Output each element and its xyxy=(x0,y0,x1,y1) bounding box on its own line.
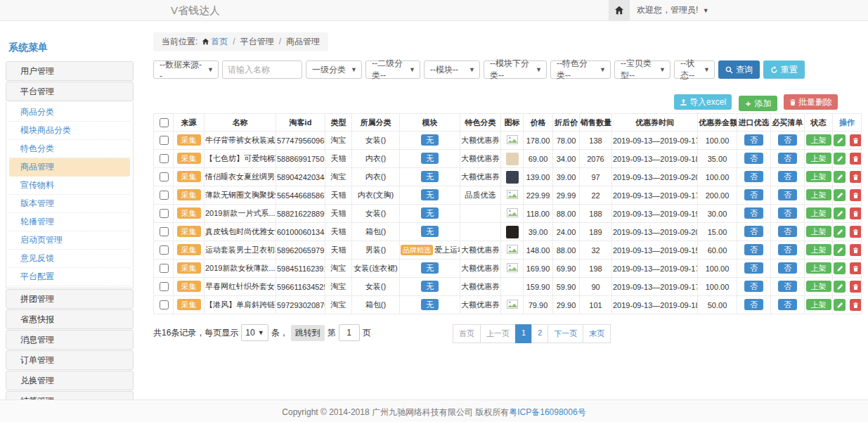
delete-button[interactable] xyxy=(850,262,861,274)
sidebar-subitem-4[interactable]: 特色分类 xyxy=(9,140,130,158)
row-checkbox[interactable] xyxy=(160,282,169,291)
edit-button[interactable] xyxy=(834,226,846,238)
row-checkbox[interactable] xyxy=(160,136,169,145)
status-badge[interactable]: 上架 xyxy=(806,281,831,292)
select-all-checkbox[interactable] xyxy=(160,118,169,127)
must-buy-toggle[interactable]: 否 xyxy=(778,281,797,292)
edit-button[interactable] xyxy=(834,207,846,219)
delete-button[interactable] xyxy=(850,244,861,256)
add-button[interactable]: ＋ 添加 xyxy=(739,96,777,111)
must-buy-toggle[interactable]: 否 xyxy=(778,299,797,310)
pager-button-4[interactable]: 下一页 xyxy=(548,324,583,343)
edit-button[interactable] xyxy=(834,244,846,256)
delete-button[interactable] xyxy=(850,299,861,311)
status-badge[interactable]: 上架 xyxy=(806,299,831,310)
pager-button-0[interactable]: 首页 xyxy=(453,324,481,343)
row-checkbox[interactable] xyxy=(160,154,169,163)
filter-select-source[interactable]: --数据来源-- ▼ xyxy=(153,60,219,79)
edit-button[interactable] xyxy=(834,262,846,274)
edit-button[interactable] xyxy=(834,153,846,165)
filter-select-3[interactable]: --模块下分类--▼ xyxy=(484,60,547,79)
sidebar-item-0[interactable]: 用户管理 xyxy=(6,61,134,81)
delete-button[interactable] xyxy=(850,171,861,183)
status-badge[interactable]: 上架 xyxy=(806,171,831,182)
status-badge[interactable]: 上架 xyxy=(806,189,831,200)
pager-button-2[interactable]: 1 xyxy=(515,324,532,343)
status-badge[interactable]: 上架 xyxy=(806,262,831,274)
import-select-toggle[interactable]: 否 xyxy=(744,207,763,219)
status-badge[interactable]: 上架 xyxy=(806,244,831,255)
jump-page-input[interactable] xyxy=(339,324,360,341)
must-buy-toggle[interactable]: 否 xyxy=(778,189,797,200)
sidebar-subitem-11[interactable]: 平台配置 xyxy=(9,268,130,286)
status-badge[interactable]: 上架 xyxy=(806,153,831,164)
sidebar-item-13[interactable]: 省惠快报 xyxy=(6,309,134,329)
row-checkbox[interactable] xyxy=(160,245,169,255)
home-button[interactable] xyxy=(609,0,630,20)
import-select-toggle[interactable]: 否 xyxy=(744,262,763,274)
sidebar-subitem-9[interactable]: 启动页管理 xyxy=(9,231,130,250)
import-select-toggle[interactable]: 否 xyxy=(744,153,763,164)
filter-select-2[interactable]: --模块--▼ xyxy=(424,60,480,79)
per-page-select[interactable]: 10 ▼ xyxy=(241,324,268,341)
filter-select-5[interactable]: --宝贝类型--▼ xyxy=(614,60,671,79)
filter-select-6[interactable]: --状态--▼ xyxy=(674,60,715,79)
sidebar-item-12[interactable]: 拼团管理 xyxy=(6,289,134,309)
row-checkbox[interactable] xyxy=(160,209,169,218)
sidebar-subitem-10[interactable]: 意见反馈 xyxy=(9,250,130,268)
status-badge[interactable]: 上架 xyxy=(806,207,831,219)
must-buy-toggle[interactable]: 否 xyxy=(778,244,797,255)
must-buy-toggle[interactable]: 否 xyxy=(778,134,797,146)
sidebar-subitem-8[interactable]: 轮播管理 xyxy=(9,213,130,231)
query-button[interactable]: 查询 xyxy=(718,60,760,79)
row-checkbox[interactable] xyxy=(160,172,169,181)
import-select-toggle[interactable]: 否 xyxy=(744,226,763,237)
jump-button[interactable]: 跳转到 xyxy=(291,325,325,341)
edit-button[interactable] xyxy=(834,134,846,146)
user-dropdown[interactable]: 欢迎您，管理员! ▼ xyxy=(637,0,709,21)
delete-button[interactable] xyxy=(850,207,861,219)
icp-link[interactable]: 粤ICP备16098006号 xyxy=(509,407,585,417)
batch-delete-button[interactable]: 批量删除 xyxy=(784,94,838,110)
sidebar-item-16[interactable]: 兑换管理 xyxy=(6,371,134,390)
row-checkbox[interactable] xyxy=(160,191,169,200)
pager-button-3[interactable]: 2 xyxy=(531,324,548,343)
must-buy-toggle[interactable]: 否 xyxy=(778,262,797,274)
must-buy-toggle[interactable]: 否 xyxy=(778,207,797,219)
sidebar-subitem-3[interactable]: 模块商品分类 xyxy=(9,122,130,140)
delete-button[interactable] xyxy=(850,153,861,165)
sidebar-subitem-2[interactable]: 商品分类 xyxy=(9,103,130,122)
name-search-input[interactable] xyxy=(222,60,302,79)
sidebar-subitem-6[interactable]: 宣传物料 xyxy=(9,177,130,195)
pager-button-1[interactable]: 上一页 xyxy=(480,324,516,343)
reset-button[interactable]: 重置 xyxy=(763,60,805,79)
delete-button[interactable] xyxy=(850,189,861,201)
sidebar-subitem-5[interactable]: 商品管理 xyxy=(9,158,130,177)
sidebar-item-17[interactable]: 结算管理 xyxy=(6,391,134,399)
edit-button[interactable] xyxy=(834,299,846,311)
sidebar-subitem-7[interactable]: 版本管理 xyxy=(9,195,130,213)
import-select-toggle[interactable]: 否 xyxy=(744,244,763,255)
sidebar-item-14[interactable]: 消息管理 xyxy=(6,330,134,350)
filter-select-0[interactable]: 一级分类▼ xyxy=(306,60,362,79)
filter-select-1[interactable]: --二级分类--▼ xyxy=(365,60,420,79)
breadcrumb-home-link[interactable]: 首页 xyxy=(211,37,228,46)
sidebar-item-1[interactable]: 平台管理 xyxy=(6,82,134,101)
delete-button[interactable] xyxy=(850,226,861,238)
delete-button[interactable] xyxy=(850,134,861,146)
edit-button[interactable] xyxy=(834,281,846,293)
import-select-toggle[interactable]: 否 xyxy=(744,134,763,146)
status-badge[interactable]: 上架 xyxy=(806,226,831,237)
import-select-toggle[interactable]: 否 xyxy=(744,189,763,200)
row-checkbox[interactable] xyxy=(160,300,169,309)
sidebar-item-15[interactable]: 订单管理 xyxy=(6,350,134,370)
row-checkbox[interactable] xyxy=(160,264,169,273)
edit-button[interactable] xyxy=(834,171,846,183)
import-select-toggle[interactable]: 否 xyxy=(744,299,763,310)
edit-button[interactable] xyxy=(834,189,846,201)
must-buy-toggle[interactable]: 否 xyxy=(778,153,797,164)
must-buy-toggle[interactable]: 否 xyxy=(778,226,797,237)
import-excel-button[interactable]: 导入excel xyxy=(674,94,732,110)
delete-button[interactable] xyxy=(850,281,861,293)
import-select-toggle[interactable]: 否 xyxy=(744,171,763,182)
